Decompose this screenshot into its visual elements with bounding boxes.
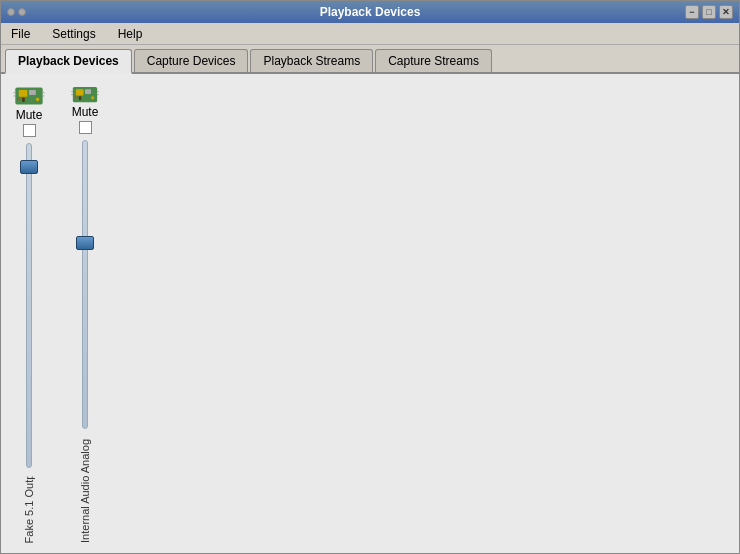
titlebar: Playback Devices − □ ✕ xyxy=(1,1,739,23)
device2-icon xyxy=(67,84,103,105)
svg-rect-11 xyxy=(76,89,84,95)
device1-mute-label: Mute xyxy=(16,108,43,122)
device2-slider-track[interactable] xyxy=(82,140,88,429)
device1-slider-track[interactable] xyxy=(26,143,32,468)
menu-settings[interactable]: Settings xyxy=(46,25,101,43)
device1-slider-wrap xyxy=(20,143,38,468)
content-area: Mute Fake 5.1 Output xyxy=(1,74,739,553)
tabs-bar: Playback Devices Capture Devices Playbac… xyxy=(1,45,739,74)
devices-container: Mute Fake 5.1 Output xyxy=(11,84,729,543)
titlebar-controls: − □ ✕ xyxy=(685,5,733,19)
svg-point-3 xyxy=(36,98,39,101)
device2-mute-wrap xyxy=(79,121,92,134)
menubar: File Settings Help xyxy=(1,23,739,45)
maximize-button[interactable]: □ xyxy=(702,5,716,19)
dot2 xyxy=(18,8,26,16)
tab-capture-devices[interactable]: Capture Devices xyxy=(134,49,249,72)
device1-mute-checkbox[interactable] xyxy=(23,124,36,137)
device2-label: Internal Audio Analog Stereo xyxy=(79,437,91,543)
window-title: Playback Devices xyxy=(320,5,421,19)
device1-icon xyxy=(11,84,47,108)
dot1 xyxy=(7,8,15,16)
titlebar-dots xyxy=(7,8,26,16)
minimize-button[interactable]: − xyxy=(685,5,699,19)
close-button[interactable]: ✕ xyxy=(719,5,733,19)
svg-rect-15 xyxy=(79,96,81,100)
device1-slider-thumb[interactable] xyxy=(20,160,38,174)
tab-playback-devices[interactable]: Playback Devices xyxy=(5,49,132,74)
menu-file[interactable]: File xyxy=(5,25,36,43)
svg-rect-1 xyxy=(19,90,28,97)
device2-slider-wrap xyxy=(76,140,94,429)
device1-label: Fake 5.1 Output xyxy=(23,476,35,543)
device-channel-1: Mute Fake 5.1 Output xyxy=(11,84,47,543)
device2-mute-checkbox[interactable] xyxy=(79,121,92,134)
svg-rect-2 xyxy=(29,90,36,95)
device2-mute-label: Mute xyxy=(72,105,99,119)
svg-rect-5 xyxy=(22,98,25,102)
svg-rect-14 xyxy=(74,96,77,98)
tab-playback-streams[interactable]: Playback Streams xyxy=(250,49,373,72)
svg-rect-12 xyxy=(85,89,91,94)
device2-slider-thumb[interactable] xyxy=(76,236,94,250)
svg-point-13 xyxy=(91,96,94,99)
menu-help[interactable]: Help xyxy=(112,25,149,43)
main-window: Playback Devices − □ ✕ File Settings Hel… xyxy=(0,0,740,554)
svg-rect-4 xyxy=(17,98,20,101)
tab-capture-streams[interactable]: Capture Streams xyxy=(375,49,492,72)
device1-mute-wrap xyxy=(23,124,36,137)
device-channel-2: Mute Internal Audio Analog Stereo xyxy=(67,84,103,543)
